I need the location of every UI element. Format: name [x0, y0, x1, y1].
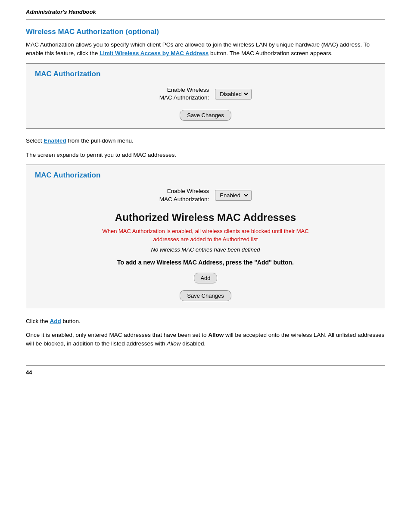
mac-box-1-title: MAC Authorization [35, 70, 376, 78]
enable-row-1: Enable Wireless MAC Authorization: Disab… [159, 86, 252, 103]
mac-auth-select-2[interactable]: Disabled Enabled [217, 191, 249, 199]
intro-text-2: button. The MAC Authorization screen app… [209, 50, 333, 56]
select-text-1: Select [26, 137, 44, 144]
enable-row-2: Enable Wireless MAC Authorization: Disab… [159, 187, 252, 204]
top-divider [26, 19, 385, 20]
save-changes-button-1[interactable]: Save Changes [180, 110, 231, 121]
limit-wireless-link[interactable]: Limit Wireless Access by MAC Address [100, 50, 209, 56]
enable-label-2: Enable Wireless MAC Authorization: [159, 187, 209, 204]
mac-box-enabled: MAC Authorization Enable Wireless MAC Au… [26, 165, 385, 309]
warning-text: When MAC Authorization is enabled, all w… [102, 227, 308, 244]
add-instruction-text: To add a new Wireless MAC Address, press… [117, 259, 294, 266]
select-text-2: from the pull-down menu. [66, 137, 134, 144]
enabled-select-wrapper[interactable]: Disabled Enabled [215, 190, 252, 201]
mac-box-2-inner: Enable Wireless MAC Authorization: Disab… [35, 187, 376, 301]
add-button[interactable]: Add [194, 273, 217, 283]
page-number: 44 [26, 369, 385, 376]
save-changes-button-2[interactable]: Save Changes [180, 290, 231, 301]
enabled-link[interactable]: Enabled [44, 137, 66, 144]
once-enabled-text: Once it is enabled, only entered MAC add… [26, 331, 385, 348]
enable-label-1: Enable Wireless MAC Authorization: [159, 86, 209, 103]
click-add-text: Click the Add button. [26, 317, 385, 326]
disabled-select-wrapper[interactable]: Disabled Enabled [215, 89, 252, 100]
intro-paragraph: MAC Authorization allows you to specify … [26, 40, 385, 58]
allow-italic: Allow [167, 340, 181, 347]
handbook-title: Administrator's Handbook [26, 9, 385, 15]
no-entries-text: No wireless MAC entries have been define… [151, 246, 260, 253]
authorized-title: Authorized Wireless MAC Addresses [115, 212, 296, 224]
expands-text: The screen expands to permit you to add … [26, 151, 385, 159]
mac-box-2-title: MAC Authorization [35, 171, 376, 180]
select-enabled-text: Select Enabled from the pull-down menu. [26, 137, 385, 145]
allow-bold: Allow [208, 332, 224, 338]
mac-auth-select-1[interactable]: Disabled Enabled [217, 90, 249, 98]
bottom-divider [26, 365, 385, 366]
mac-box-1-inner: Enable Wireless MAC Authorization: Disab… [35, 86, 376, 121]
section-heading: Wireless MAC Authorization (optional) [26, 28, 385, 36]
add-link[interactable]: Add [50, 318, 61, 324]
mac-box-disabled: MAC Authorization Enable Wireless MAC Au… [26, 63, 385, 129]
